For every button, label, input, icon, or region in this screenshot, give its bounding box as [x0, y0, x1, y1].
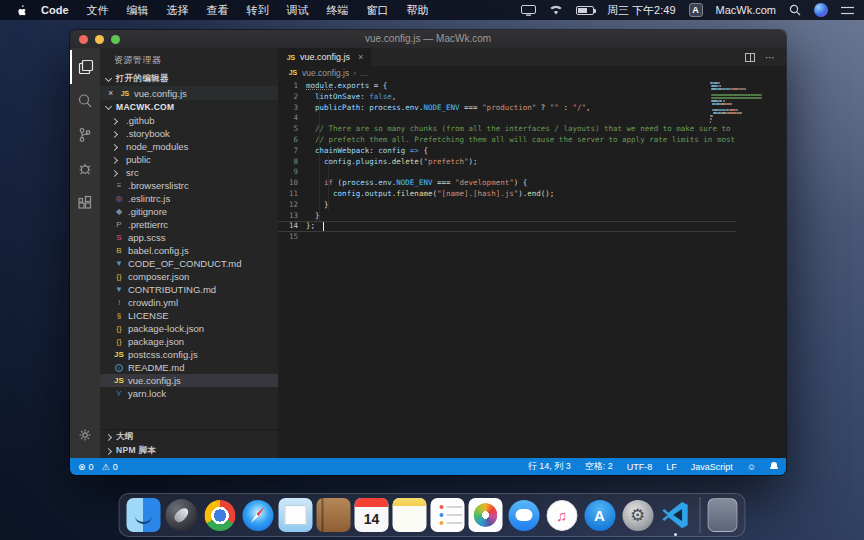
tree-file-.prettierrc[interactable]: P.prettierrc [100, 218, 278, 231]
tree-file-postcss.config.js[interactable]: JSpostcss.config.js [100, 348, 278, 361]
tree-file-vue.config.js[interactable]: JSvue.config.js [100, 374, 278, 387]
tree-folder-.github[interactable]: .github [100, 114, 278, 127]
more-actions-icon[interactable]: ⋯ [765, 52, 776, 63]
code-line-14[interactable]: 14}; [278, 221, 736, 232]
status-item-4[interactable]: JavaScript [691, 462, 733, 472]
menu-item-窗口[interactable]: 窗口 [358, 4, 398, 16]
status-item-2[interactable]: UTF-8 [627, 462, 653, 472]
tree-file-CONTRIBUTING.md[interactable]: ▼CONTRIBUTING.md [100, 283, 278, 296]
menu-item-转到[interactable]: 转到 [238, 4, 278, 16]
dock-icon-vscode[interactable] [659, 498, 693, 532]
tree-folder-.storybook[interactable]: .storybook [100, 127, 278, 140]
tree-file-CODE_OF_CONDUCT.md[interactable]: ▼CODE_OF_CONDUCT.md [100, 257, 278, 270]
tree-file-package.json[interactable]: {}package.json [100, 335, 278, 348]
code-line-1[interactable]: 1module.exports = { [278, 81, 736, 92]
dock-icon-sysprefs[interactable]: ⚙ [621, 498, 655, 532]
close-window-button[interactable] [79, 35, 88, 44]
tab-vue-config[interactable]: JS vue.config.js × [278, 48, 372, 66]
apple-menu-icon[interactable] [10, 4, 32, 17]
breadcrumb[interactable]: JS vue.config.js › … [278, 66, 786, 79]
dock-icon-photos[interactable] [469, 498, 503, 532]
notification-center-icon[interactable] [841, 5, 854, 16]
menu-bar-account[interactable]: MacWk.com [716, 4, 777, 16]
tree-file-yarn.lock[interactable]: Yyarn.lock [100, 387, 278, 400]
source-control-icon[interactable] [70, 118, 100, 152]
code-line-11[interactable]: 11 config.output.filename("[name].[hash]… [278, 189, 736, 200]
wifi-icon[interactable] [549, 5, 563, 15]
npm-scripts-section-header[interactable]: NPM 脚本 [100, 444, 278, 458]
open-editor-item[interactable]: × JS vue.config.js [100, 86, 278, 100]
code-line-6[interactable]: 6 // prefetch them all. Prefetching them… [278, 135, 736, 146]
zoom-window-button[interactable] [111, 35, 120, 44]
input-method-icon[interactable]: A [689, 3, 703, 17]
menu-item-选择[interactable]: 选择 [158, 4, 198, 16]
tree-file-crowdin.yml[interactable]: !crowdin.yml [100, 296, 278, 309]
tree-file-.gitignore[interactable]: ◆.gitignore [100, 205, 278, 218]
tree-file-package-lock.json[interactable]: {}package-lock.json [100, 322, 278, 335]
dock-icon-safari[interactable] [241, 498, 275, 532]
status-item-1[interactable]: 空格: 2 [585, 460, 613, 473]
open-editors-header[interactable]: 打开的编辑器 [100, 72, 278, 86]
menu-bar-clock[interactable]: 周三 下午2:49 [607, 3, 675, 18]
dock-icon-notes[interactable] [393, 498, 427, 532]
tree-folder-node_modules[interactable]: node_modules [100, 140, 278, 153]
status-item-0[interactable]: 行 14, 列 3 [528, 460, 571, 473]
menu-item-编辑[interactable]: 编辑 [118, 4, 158, 16]
outline-section-header[interactable]: 大纲 [100, 430, 278, 444]
dock-icon-launchpad[interactable] [165, 498, 199, 532]
tree-file-app.scss[interactable]: Sapp.scss [100, 231, 278, 244]
minimap[interactable] [710, 82, 768, 127]
menu-item-文件[interactable]: 文件 [78, 4, 118, 16]
siri-icon[interactable] [814, 3, 828, 17]
code-line-7[interactable]: 7 chainWebpack: config => { [278, 146, 736, 157]
menu-item-终端[interactable]: 终端 [318, 4, 358, 16]
dock-icon-appstore[interactable]: A [583, 498, 617, 532]
minimize-window-button[interactable] [95, 35, 104, 44]
code-line-8[interactable]: 8 config.plugins.delete("prefetch"); [278, 157, 736, 168]
tree-folder-src[interactable]: src [100, 166, 278, 179]
spotlight-search-icon[interactable] [789, 4, 801, 16]
debug-icon[interactable] [70, 152, 100, 186]
tree-folder-public[interactable]: public [100, 153, 278, 166]
notifications-bell-icon[interactable] [770, 462, 778, 471]
code-line-13[interactable]: 13 } [278, 211, 736, 222]
split-editor-icon[interactable] [745, 53, 755, 62]
code-line-3[interactable]: 3 publicPath: process.env.NODE_ENV === "… [278, 103, 736, 114]
tree-file-babel.config.js[interactable]: Bbabel.config.js [100, 244, 278, 257]
feedback-smiley-icon[interactable]: ☺ [747, 462, 756, 472]
status-item-3[interactable]: LF [666, 462, 677, 472]
extensions-icon[interactable] [70, 186, 100, 220]
dock-icon-mail[interactable] [279, 498, 313, 532]
window-titlebar[interactable]: vue.config.js — MacWk.com [70, 30, 786, 48]
dock-icon-calendar[interactable]: 14 [355, 498, 389, 532]
project-root-header[interactable]: MACWK.COM [100, 100, 278, 114]
dock-icon-itunes[interactable]: ♫ [545, 498, 579, 532]
code-line-9[interactable]: 9 [278, 167, 736, 178]
code-line-2[interactable]: 2 lintOnSave: false, [278, 92, 736, 103]
code-line-10[interactable]: 10 if (process.env.NODE_ENV === "develop… [278, 178, 736, 189]
search-icon[interactable] [70, 84, 100, 118]
code-editor[interactable]: 1module.exports = {2 lintOnSave: false,3… [278, 79, 786, 458]
dock-icon-chrome[interactable] [203, 498, 237, 532]
dock-icon-trash[interactable] [708, 498, 738, 532]
tree-file-composer.json[interactable]: {}composer.json [100, 270, 278, 283]
explorer-icon[interactable] [70, 50, 100, 84]
battery-icon[interactable] [576, 6, 594, 15]
tree-file-README.md[interactable]: iREADME.md [100, 361, 278, 374]
manage-gear-icon[interactable] [70, 418, 100, 452]
dock-icon-messages[interactable] [507, 498, 541, 532]
menu-item-app[interactable]: Code [32, 4, 78, 16]
dock-icon-finder[interactable] [127, 498, 161, 532]
dock-icon-reminders[interactable] [431, 498, 465, 532]
display-icon[interactable] [521, 5, 536, 16]
code-line-15[interactable]: 15 [278, 232, 736, 243]
dock-icon-contacts[interactable] [317, 498, 351, 532]
code-line-4[interactable]: 4 [278, 113, 736, 124]
tree-file-.eslintrc.js[interactable]: ◎.eslintrc.js [100, 192, 278, 205]
menu-item-帮助[interactable]: 帮助 [398, 4, 438, 16]
close-icon[interactable]: × [108, 88, 116, 98]
tree-file-.browserslistrc[interactable]: ≡.browserslistrc [100, 179, 278, 192]
code-line-5[interactable]: 5 // There are so many chunks (from all … [278, 124, 736, 135]
menu-item-调试[interactable]: 调试 [278, 4, 318, 16]
tab-close-icon[interactable]: × [358, 52, 363, 62]
